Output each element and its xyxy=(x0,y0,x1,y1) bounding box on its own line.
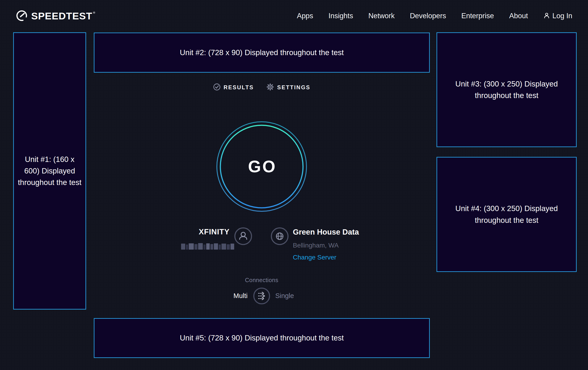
nav-item-about[interactable]: About xyxy=(509,12,528,20)
connections-title: Connections xyxy=(215,277,308,283)
connections-multi-option[interactable]: Multi xyxy=(201,292,248,300)
nav-item-enterprise[interactable]: Enterprise xyxy=(461,12,494,20)
isp-avatar xyxy=(234,227,252,245)
nav-item-network[interactable]: Network xyxy=(368,12,395,20)
server-info: Green House Data Bellingham, WA Change S… xyxy=(293,228,359,261)
isp-name: XFINITY xyxy=(162,228,230,236)
change-server-link[interactable]: Change Server xyxy=(293,253,359,261)
server-badge xyxy=(271,227,289,245)
nav-item-apps[interactable]: Apps xyxy=(297,12,313,20)
globe-icon xyxy=(271,227,289,245)
top-navbar: SPEEDTEST® Apps Insights Network Develop… xyxy=(0,0,588,32)
connections-toggle[interactable] xyxy=(253,287,270,304)
view-tabs: RESULTS xyxy=(94,83,430,92)
ad-unit-2-label: Unit #2: (728 x 90) Displayed throughout… xyxy=(180,47,344,58)
go-label: GO xyxy=(215,120,308,213)
server-name: Green House Data xyxy=(293,228,359,237)
redacted-ip-blur xyxy=(181,243,234,250)
ad-unit-4[interactable]: Unit #4: (300 x 250) Displayed throughou… xyxy=(437,157,577,272)
multi-connection-arrows-icon xyxy=(253,287,270,304)
login-label: Log In xyxy=(552,12,572,20)
ad-unit-4-label: Unit #4: (300 x 250) Displayed throughou… xyxy=(455,203,559,226)
tab-results-label: RESULTS xyxy=(224,84,254,91)
server-location: Bellingham, WA xyxy=(293,241,359,249)
nav-item-developers[interactable]: Developers xyxy=(410,12,446,20)
person-icon xyxy=(234,227,252,245)
go-button[interactable]: GO xyxy=(215,120,308,213)
tab-settings-label: SETTINGS xyxy=(277,84,310,91)
nav-menu: Apps Insights Network Developers Enterpr… xyxy=(297,12,572,20)
nav-item-insights[interactable]: Insights xyxy=(328,12,353,20)
ad-unit-2[interactable]: Unit #2: (728 x 90) Displayed throughout… xyxy=(94,32,430,73)
login-button[interactable]: Log In xyxy=(543,12,572,20)
connections-single-option[interactable]: Single xyxy=(275,292,294,300)
tab-settings[interactable]: SETTINGS xyxy=(266,83,310,92)
check-circle-icon xyxy=(213,83,220,91)
ad-unit-1-label: Unit #1: (160 x 600) Displayed throughou… xyxy=(17,154,82,188)
speedometer-gauge-icon xyxy=(16,10,28,22)
trademark-symbol: ® xyxy=(93,11,96,14)
ad-unit-1[interactable]: Unit #1: (160 x 600) Displayed throughou… xyxy=(13,32,86,310)
ad-unit-5-label: Unit #5: (728 x 90) Displayed throughout… xyxy=(180,332,344,344)
ad-unit-3-label: Unit #3: (300 x 250) Displayed throughou… xyxy=(455,78,559,101)
logo-wordmark: SPEEDTEST® xyxy=(31,10,95,22)
speedtest-page: SPEEDTEST® Apps Insights Network Develop… xyxy=(0,0,588,370)
ad-unit-5[interactable]: Unit #5: (728 x 90) Displayed throughout… xyxy=(94,318,430,358)
tab-results[interactable]: RESULTS xyxy=(213,83,254,91)
speedtest-logo[interactable]: SPEEDTEST® xyxy=(16,10,95,22)
gear-icon xyxy=(266,83,274,92)
user-icon xyxy=(543,12,550,20)
ad-unit-3[interactable]: Unit #3: (300 x 250) Displayed throughou… xyxy=(437,32,577,147)
